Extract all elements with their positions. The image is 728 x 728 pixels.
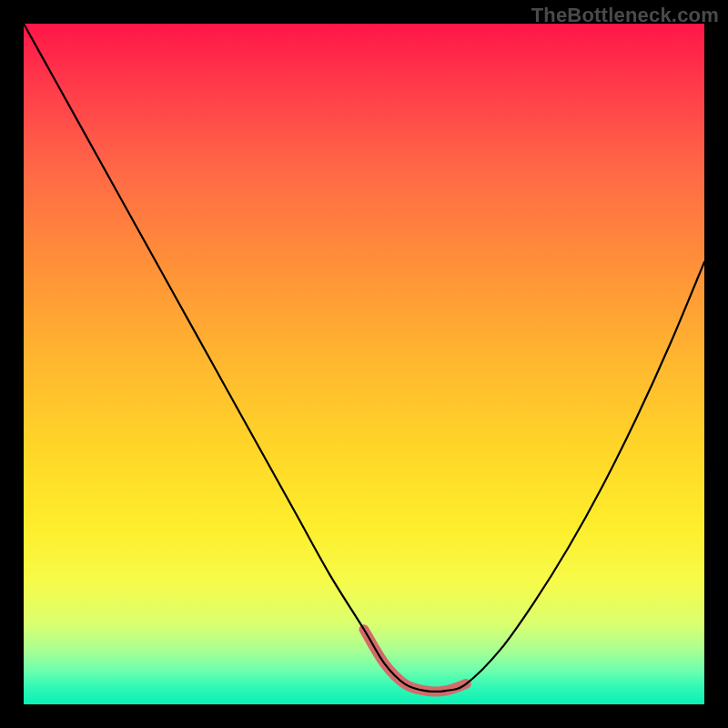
curve-layer: [24, 24, 704, 704]
bottleneck-highlight: [364, 630, 466, 692]
watermark-text: TheBottleneck.com: [531, 4, 719, 27]
chart-frame: TheBottleneck.com: [0, 0, 728, 728]
bottleneck-curve: [24, 24, 704, 692]
plot-area: [24, 24, 704, 704]
